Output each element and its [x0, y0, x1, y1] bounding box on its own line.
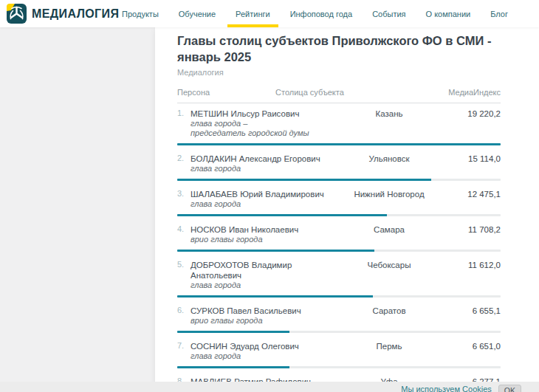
index-bar-fill: [177, 179, 431, 181]
table-rows: 1. МЕТШИН Ильсур Раисович глава города –…: [177, 103, 501, 392]
index-bar-track: [177, 366, 501, 368]
table-row-content: 5. ДОБРОХОТОВ Владимир Анатольевич глава…: [177, 260, 501, 290]
nav-item-5[interactable]: О компании: [426, 0, 471, 27]
medialogia-logo-icon: [7, 4, 27, 24]
person-name: БОЛДАКИН Александр Егорович: [190, 154, 341, 164]
media-index-value: 12 475,1: [437, 189, 501, 199]
city-cell: Ульяновск: [341, 154, 437, 164]
rank-number: 7.: [177, 341, 184, 350]
person-cell: 2. БОЛДАКИН Александр Егорович глава гор…: [177, 154, 341, 173]
person-position: глава города: [190, 351, 341, 361]
index-bar-track: [177, 295, 501, 298]
nav-item-6[interactable]: Блог: [490, 0, 508, 27]
index-bar-fill: [177, 295, 373, 298]
brand-wordmark: МЕДИАЛОГИЯ: [32, 7, 119, 21]
person-position: глава города – председатель городской ду…: [190, 119, 341, 138]
person-cell: 7. СОСНИН Эдуард Олегович глава города: [177, 341, 341, 361]
index-bar-fill: [177, 143, 501, 145]
cookie-ok-button[interactable]: OK: [498, 385, 521, 392]
index-bar-fill: [177, 250, 374, 252]
person-name: СУРКОВ Павел Васильевич: [190, 306, 341, 316]
table-row: 2. БОЛДАКИН Александр Егорович глава гор…: [177, 148, 501, 181]
person-position: врио главы города: [190, 235, 341, 244]
table-row: 6. СУРКОВ Павел Васильевич врио главы го…: [177, 300, 501, 333]
cookie-consent-bar: Мы используем Cookies OK: [0, 382, 539, 392]
city-cell: Пермь: [341, 341, 437, 351]
index-bar-fill: [177, 214, 387, 216]
index-bar-fill: [177, 366, 289, 368]
nav-item-3[interactable]: Инфоповод года: [290, 0, 352, 27]
city-cell: Нижний Новгород: [341, 189, 437, 199]
index-bar-track: [177, 331, 501, 333]
media-index-value: 6 655,1: [437, 306, 501, 316]
page-title: Главы столиц субъектов Приволжского ФО в…: [177, 33, 501, 66]
media-index-value: 6 651,0: [437, 341, 501, 351]
person-cell: 6. СУРКОВ Павел Васильевич врио главы го…: [177, 306, 341, 326]
person-cell: 5. ДОБРОХОТОВ Владимир Анатольевич глава…: [177, 260, 341, 290]
nav-item-4[interactable]: События: [372, 0, 405, 27]
person-position: глава города: [190, 164, 341, 173]
table-row-content: 2. БОЛДАКИН Александр Егорович глава гор…: [177, 154, 501, 173]
rank-number: 1.: [177, 109, 184, 117]
person-name: ДОБРОХОТОВ Владимир Анатольевич: [190, 260, 341, 281]
table-row-content: 3. ШАЛАБАЕВ Юрий Владимирович глава горо…: [177, 189, 501, 209]
city-cell: Чебоксары: [341, 260, 437, 270]
person-cell: 1. МЕТШИН Ильсур Раисович глава города –…: [177, 109, 341, 138]
rank-number: 2.: [177, 154, 184, 162]
cookie-policy-link[interactable]: Мы используем Cookies: [401, 385, 492, 392]
person-position: глава города: [190, 199, 341, 209]
table-row: 7. СОСНИН Эдуард Олегович глава города П…: [177, 336, 501, 368]
top-navigation-bar: МЕДИАЛОГИЯ ПродуктыОбучениеРейтингиИнфоп…: [0, 0, 539, 27]
media-index-value: 11 612,0: [437, 260, 501, 270]
column-header-city: Столица субъекта: [275, 88, 358, 97]
table-row: 3. ШАЛАБАЕВ Юрий Владимирович глава горо…: [177, 184, 501, 216]
media-index-value: 19 220,2: [437, 109, 501, 119]
table-row-content: 6. СУРКОВ Павел Васильевич врио главы го…: [177, 306, 501, 326]
table-header: Персона Столица субъекта МедиаИндекс: [177, 88, 501, 103]
column-header-index: МедиаИндекс: [358, 88, 501, 97]
page-subtitle: Медиалогия: [177, 68, 501, 77]
table-row: 5. ДОБРОХОТОВ Владимир Анатольевич глава…: [177, 255, 501, 298]
index-bar-fill: [177, 331, 289, 333]
rank-number: 5.: [177, 260, 184, 269]
index-bar-track: [177, 214, 501, 216]
person-cell: 3. ШАЛАБАЕВ Юрий Владимирович глава горо…: [177, 189, 341, 209]
nav-item-2[interactable]: Рейтинги: [236, 0, 270, 27]
city-cell: Казань: [341, 109, 437, 119]
person-name: СОСНИН Эдуард Олегович: [190, 341, 341, 351]
index-bar-track: [177, 250, 501, 252]
nav-item-0[interactable]: Продукты: [122, 0, 159, 27]
table-row-content: 4. НОСКОВ Иван Николаевич врио главы гор…: [177, 224, 501, 244]
person-position: врио главы города: [190, 316, 341, 326]
page: МЕДИАЛОГИЯ ПродуктыОбучениеРейтингиИнфоп…: [0, 0, 539, 392]
rank-number: 6.: [177, 306, 184, 314]
person-cell: 4. НОСКОВ Иван Николаевич врио главы гор…: [177, 224, 341, 244]
city-cell: Саратов: [341, 306, 437, 316]
index-bar-track: [177, 179, 501, 181]
index-bar-track: [177, 143, 501, 145]
content-card: Главы столиц субъектов Приволжского ФО в…: [155, 27, 539, 392]
rank-number: 4.: [177, 224, 184, 233]
person-position: глава города: [190, 281, 341, 290]
table-row: 1. МЕТШИН Ильсур Раисович глава города –…: [177, 103, 501, 145]
person-name: МЕТШИН Ильсур Раисович: [190, 109, 341, 119]
column-header-person: Персона: [177, 88, 275, 97]
person-name: НОСКОВ Иван Николаевич: [190, 224, 341, 235]
table-row-content: 7. СОСНИН Эдуард Олегович глава города П…: [177, 341, 501, 361]
nav-item-1[interactable]: Обучение: [179, 0, 216, 27]
media-index-value: 11 708,2: [437, 224, 501, 235]
media-index-value: 15 114,0: [437, 154, 501, 164]
table-row: 4. НОСКОВ Иван Николаевич врио главы гор…: [177, 219, 501, 252]
city-cell: Самара: [341, 224, 437, 235]
brand-logo[interactable]: МЕДИАЛОГИЯ: [7, 4, 119, 24]
main-nav: ПродуктыОбучениеРейтингиИнфоповод годаСо…: [122, 0, 508, 27]
person-name: ШАЛАБАЕВ Юрий Владимирович: [190, 189, 341, 199]
rank-number: 3.: [177, 189, 184, 198]
table-row-content: 1. МЕТШИН Ильсур Раисович глава города –…: [177, 109, 501, 138]
